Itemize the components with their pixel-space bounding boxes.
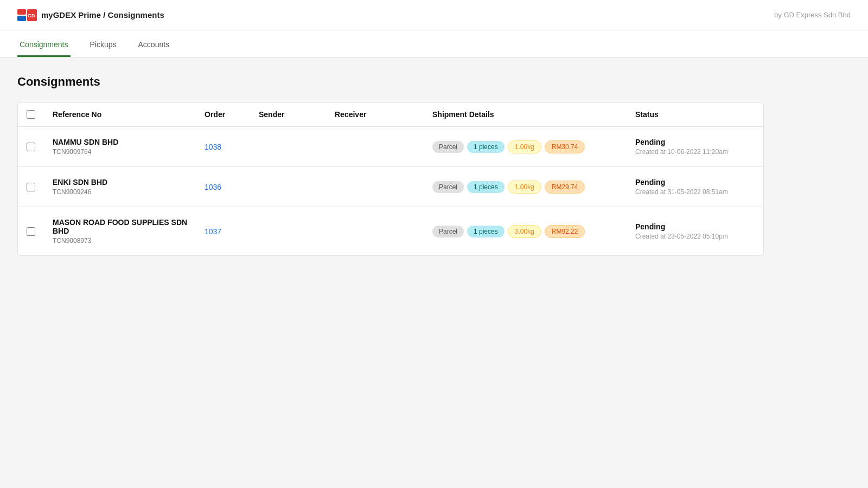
table-row: NAMMU SDN BHD TCN9009764 1038 Parcel 1 p… [18,127,763,167]
row-checkbox-3[interactable] [27,227,35,236]
page-title: Consignments [17,75,764,89]
shipment-badges-2: Parcel 1 pieces 1.00kg RM29.74 [432,181,635,194]
table-row: ENKI SDN BHD TCN9009246 1036 Parcel 1 pi… [18,167,763,207]
svg-text:GD: GD [28,13,35,18]
status-label-1: Pending [635,138,755,146]
status-date-3: Created at 23-05-2022 05:10pm [635,233,755,240]
breadcrumb-section: Consignments [108,10,164,20]
tab-pickups[interactable]: Pickups [88,34,119,57]
order-cell-1: 1038 [205,143,259,151]
tab-accounts[interactable]: Accounts [136,34,172,57]
col-shipment-details: Shipment Details [432,110,635,119]
status-label-2: Pending [635,178,755,187]
order-cell-3: 1037 [205,227,259,236]
row-checkbox-2[interactable] [27,183,35,191]
ref-cell-3: MASON ROAD FOOD SUPPLIES SDN BHD TCN9008… [53,218,205,245]
gdex-logo: GD [17,9,37,22]
badge-pieces-1: 1 pieces [467,141,505,153]
col-sender: Sender [259,110,335,119]
badge-pieces-3: 1 pieces [467,226,505,237]
ref-cell-1: NAMMU SDN BHD TCN9009764 [53,138,205,156]
shipment-badges-1: Parcel 1 pieces 1.00kg RM30.74 [432,140,635,153]
app-name: myGDEX Prime [41,10,101,20]
order-link-1[interactable]: 1038 [205,143,221,151]
breadcrumb-separator: / [103,10,107,20]
consignments-table: Reference No Order Sender Receiver Shipm… [17,102,764,256]
svg-rect-0 [17,9,26,15]
badge-price-1: RM30.74 [545,140,585,153]
order-cell-2: 1036 [205,183,259,191]
ref-name-2: ENKI SDN BHD [53,178,205,187]
badge-price-3: RM92.22 [545,225,585,238]
status-cell-3: Pending Created at 23-05-2022 05:10pm [635,222,755,240]
badge-weight-3: 3.00kg [508,225,541,238]
badge-parcel-2: Parcel [432,181,464,193]
badge-parcel-1: Parcel [432,141,464,153]
tab-consignments[interactable]: Consignments [17,34,71,57]
main-content: Consignments Reference No Order Sender R… [0,57,781,273]
table-row: MASON ROAD FOOD SUPPLIES SDN BHD TCN9008… [18,207,763,255]
badge-pieces-2: 1 pieces [467,181,505,193]
svg-rect-1 [17,16,26,21]
app-breadcrumb: myGDEX Prime / Consignments [41,10,164,20]
status-cell-1: Pending Created at 10-06-2022 11:20am [635,138,755,156]
ref-name-3: MASON ROAD FOOD SUPPLIES SDN BHD [53,218,205,235]
row-checkbox-cell-2[interactable] [27,183,53,191]
ref-code-1: TCN9009764 [53,148,205,156]
col-ref-no: Reference No [53,110,205,119]
col-status: Status [635,110,755,119]
ref-name-1: NAMMU SDN BHD [53,138,205,146]
nav-tabs: Consignments Pickups Accounts [0,30,868,57]
badge-weight-1: 1.00kg [508,140,541,153]
col-order: Order [205,110,259,119]
topbar: GD myGDEX Prime / Consignments by GD Exp… [0,0,868,30]
ref-code-3: TCN9008973 [53,237,205,245]
ref-code-2: TCN9009246 [53,188,205,196]
select-all-checkbox[interactable] [27,110,35,119]
status-date-1: Created at 10-06-2022 11:20am [635,148,755,156]
company-byline: by GD Express Sdn Bhd [774,11,851,19]
badge-weight-2: 1.00kg [508,181,541,194]
table-header: Reference No Order Sender Receiver Shipm… [18,102,763,127]
status-cell-2: Pending Created at 31-05-2022 08:51am [635,178,755,196]
select-all-cell[interactable] [27,110,53,119]
ref-cell-2: ENKI SDN BHD TCN9009246 [53,178,205,196]
shipment-badges-3: Parcel 1 pieces 3.00kg RM92.22 [432,225,635,238]
order-link-3[interactable]: 1037 [205,227,221,236]
badge-parcel-3: Parcel [432,226,464,237]
order-link-2[interactable]: 1036 [205,183,221,191]
col-receiver: Receiver [335,110,432,119]
row-checkbox-cell-3[interactable] [27,227,53,236]
badge-price-2: RM29.74 [545,181,585,194]
topbar-left: GD myGDEX Prime / Consignments [17,9,164,22]
status-label-3: Pending [635,222,755,231]
status-date-2: Created at 31-05-2022 08:51am [635,188,755,196]
row-checkbox-cell-1[interactable] [27,143,53,151]
row-checkbox-1[interactable] [27,143,35,151]
